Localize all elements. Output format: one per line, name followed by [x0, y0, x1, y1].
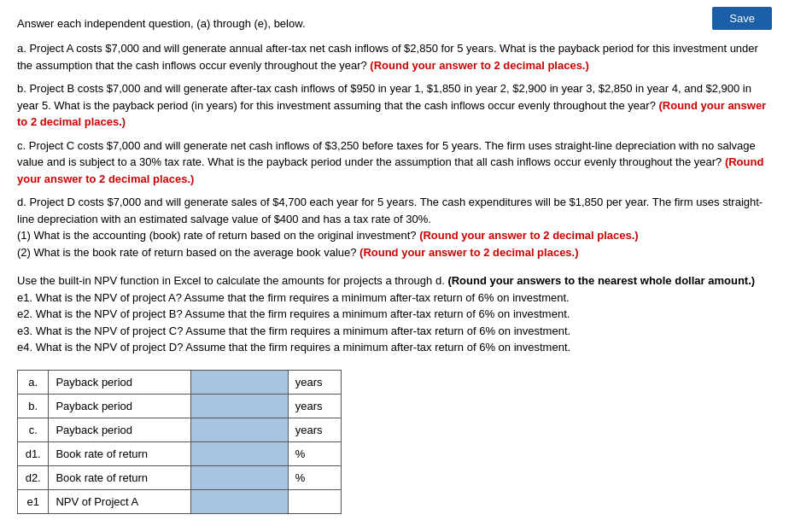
input-b[interactable]	[198, 400, 281, 412]
table-cell-unit	[288, 489, 341, 513]
npv-e3: e3. What is the NPV of project C? Assume…	[17, 323, 772, 340]
input-d1[interactable]	[198, 447, 281, 460]
npv-intro-line: Use the built-in NPV function in Excel t…	[17, 272, 772, 289]
question-c-text: c. Project C costs $7,000 and will gener…	[17, 139, 756, 169]
input-e1[interactable]	[198, 495, 281, 508]
save-button[interactable]: Save	[712, 7, 772, 30]
table-cell-label: Payback period	[49, 370, 190, 394]
table-row: e1 NPV of Project A	[18, 489, 342, 513]
table-row: d2. Book rate of return %	[18, 465, 342, 489]
npv-section: Use the built-in NPV function in Excel t…	[17, 272, 772, 356]
table-cell-unit: years	[288, 394, 341, 418]
answer-table-container: a. Payback period years b. Payback perio…	[17, 370, 772, 514]
table-row: b. Payback period years	[18, 394, 342, 418]
question-d-text: d. Project D costs $7,000 and will gener…	[17, 196, 763, 225]
question-d-sub2-text: (2) What is the book rate of return base…	[17, 246, 359, 259]
table-cell-input-c[interactable]	[190, 418, 288, 441]
table-cell-unit: %	[288, 465, 341, 489]
question-d-sub2-bold: (Round your answer to 2 decimal places.)	[359, 246, 578, 259]
table-cell-input-d1[interactable]	[190, 441, 288, 465]
table-cell-letter: c.	[18, 418, 49, 441]
table-cell-label: NPV of Project A	[49, 489, 190, 513]
input-d2[interactable]	[198, 471, 281, 484]
question-b-text: b. Project B costs $7,000 and will gener…	[17, 82, 751, 112]
table-cell-input-a[interactable]	[190, 370, 288, 394]
table-row: c. Payback period years	[18, 418, 342, 441]
table-cell-letter: a.	[18, 370, 49, 394]
table-cell-input-b[interactable]	[190, 394, 288, 418]
table-cell-letter: e1	[18, 489, 49, 513]
npv-e1: e1. What is the NPV of project A? Assume…	[17, 289, 772, 307]
npv-intro-text: Use the built-in NPV function in Excel t…	[17, 274, 447, 287]
question-d-sub1-text: (1) What is the accounting (book) rate o…	[17, 229, 419, 242]
table-row: d1. Book rate of return %	[18, 441, 342, 465]
question-c: c. Project C costs $7,000 and will gener…	[17, 137, 772, 188]
table-cell-label: Payback period	[49, 394, 190, 418]
npv-e4: e4. What is the NPV of project D? Assume…	[17, 339, 772, 356]
npv-intro-bold: (Round your answers to the nearest whole…	[447, 274, 755, 287]
intro-text: Answer each independent question, (a) th…	[17, 17, 772, 30]
input-a[interactable]	[198, 376, 281, 389]
table-cell-unit: %	[288, 441, 341, 465]
table-cell-label: Book rate of return	[49, 441, 190, 465]
table-cell-unit: years	[288, 418, 341, 441]
question-b: b. Project B costs $7,000 and will gener…	[17, 80, 772, 131]
table-cell-letter: d2.	[18, 465, 49, 489]
answer-table: a. Payback period years b. Payback perio…	[17, 370, 342, 514]
table-cell-input-e1[interactable]	[190, 489, 288, 513]
npv-e2: e2. What is the NPV of project B? Assume…	[17, 306, 772, 323]
input-c[interactable]	[198, 424, 281, 436]
table-cell-letter: d1.	[18, 441, 49, 465]
question-a: a. Project A costs $7,000 and will gener…	[17, 40, 772, 73]
question-a-bold: (Round your answer to 2 decimal places.)	[370, 59, 588, 72]
table-cell-input-d2[interactable]	[190, 465, 288, 489]
question-d-sub1-bold: (Round your answer to 2 decimal places.)	[419, 229, 638, 242]
table-cell-unit: years	[288, 370, 341, 394]
table-cell-letter: b.	[18, 394, 49, 418]
save-button-area: Save	[712, 7, 772, 30]
table-row: a. Payback period years	[18, 370, 342, 394]
table-cell-label: Payback period	[49, 418, 190, 441]
table-cell-label: Book rate of return	[49, 465, 190, 489]
question-d: d. Project D costs $7,000 and will gener…	[17, 194, 772, 260]
